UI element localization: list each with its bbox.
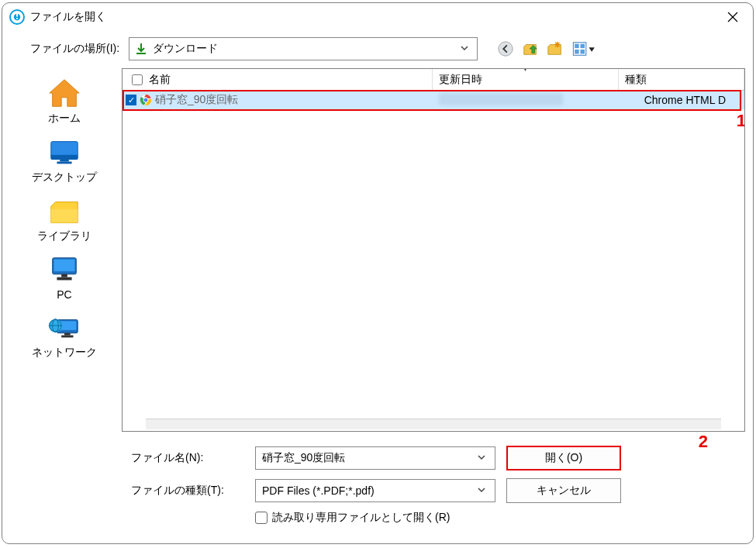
up-one-level-button[interactable] bbox=[521, 40, 540, 58]
file-open-dialog: ファイルを開く ファイルの場所(I): ダウンロード bbox=[2, 2, 754, 544]
pc-icon bbox=[47, 253, 82, 287]
new-folder-button[interactable] bbox=[546, 40, 564, 58]
back-button[interactable] bbox=[496, 40, 515, 58]
network-icon bbox=[47, 310, 82, 344]
row-checkbox-checked[interactable]: ✓ bbox=[126, 95, 136, 105]
filename-combo[interactable]: 硝子窓_90度回転 bbox=[255, 446, 495, 470]
svg-marker-19 bbox=[50, 80, 79, 107]
chrome-icon bbox=[140, 94, 152, 106]
column-date[interactable]: ▾ 更新日時 bbox=[433, 69, 619, 90]
svg-rect-26 bbox=[61, 274, 67, 277]
place-pc-label: PC bbox=[14, 288, 115, 301]
horizontal-scrollbar[interactable] bbox=[146, 419, 721, 429]
title-bar: ファイルを開く bbox=[2, 3, 753, 31]
svg-point-8 bbox=[499, 42, 513, 56]
library-icon bbox=[47, 194, 82, 228]
column-name[interactable]: 名前 bbox=[123, 69, 433, 90]
chevron-down-icon[interactable] bbox=[475, 452, 488, 464]
cancel-button-label: キャンセル bbox=[537, 484, 591, 498]
download-folder-icon bbox=[134, 42, 148, 56]
readonly-checkbox[interactable] bbox=[255, 512, 268, 524]
svg-marker-18 bbox=[589, 47, 595, 51]
close-button[interactable] bbox=[713, 3, 753, 31]
place-home[interactable]: ホーム bbox=[14, 71, 115, 129]
open-button[interactable]: 開く(O) bbox=[506, 446, 621, 470]
place-library-label: ライブラリ bbox=[14, 229, 115, 243]
places-bar: ホーム デスクトップ bbox=[10, 68, 119, 536]
place-network-label: ネットワーク bbox=[14, 346, 115, 360]
file-type: Chrome HTML D bbox=[619, 94, 744, 106]
svg-rect-21 bbox=[51, 155, 78, 160]
annotation-number-1: 1 bbox=[737, 111, 745, 131]
bottom-panel: 2 ファイル名(N): 硝子窓_90度回転 開く(O) ファイルの種類(T): bbox=[122, 432, 745, 536]
readonly-label: 読み取り専用ファイルとして開く(R) bbox=[272, 511, 450, 525]
open-button-label: 開く(O) bbox=[545, 451, 582, 465]
place-desktop-label: デスクトップ bbox=[14, 171, 115, 184]
file-rows[interactable]: ✓ 硝子窓_90 bbox=[123, 91, 744, 419]
nav-buttons bbox=[496, 40, 599, 58]
svg-rect-14 bbox=[575, 44, 579, 49]
right-pane: 名前 ▾ 更新日時 種類 ✓ bbox=[122, 68, 745, 536]
svg-rect-31 bbox=[61, 336, 73, 338]
chevron-down-icon[interactable] bbox=[457, 43, 472, 55]
main-area: ホーム デスクトップ bbox=[2, 68, 753, 543]
select-all-checkbox[interactable] bbox=[132, 74, 143, 85]
svg-rect-2 bbox=[16, 14, 18, 17]
svg-rect-25 bbox=[54, 260, 75, 271]
app-icon bbox=[9, 9, 26, 26]
sort-indicator-icon: ▾ bbox=[523, 68, 527, 73]
column-type[interactable]: 種類 bbox=[619, 69, 744, 90]
svg-rect-23 bbox=[57, 161, 71, 164]
location-label: ファイルの場所(I): bbox=[30, 42, 119, 56]
file-list-header: 名前 ▾ 更新日時 種類 bbox=[123, 69, 744, 91]
file-name: 硝子窓_90度回転 bbox=[155, 93, 238, 107]
place-desktop[interactable]: デスクトップ bbox=[14, 130, 115, 188]
file-list: 名前 ▾ 更新日時 種類 ✓ bbox=[122, 68, 745, 432]
window-title: ファイルを開く bbox=[30, 10, 713, 24]
svg-rect-16 bbox=[575, 50, 579, 53]
column-date-label: 更新日時 bbox=[439, 73, 482, 87]
place-home-label: ホーム bbox=[14, 112, 115, 126]
cancel-button[interactable]: キャンセル bbox=[506, 478, 621, 503]
location-row: ファイルの場所(I): ダウンロード bbox=[2, 31, 753, 68]
view-menu-button[interactable] bbox=[571, 40, 599, 58]
column-name-label: 名前 bbox=[149, 73, 171, 87]
filename-label: ファイル名(N): bbox=[131, 451, 255, 465]
file-date bbox=[433, 93, 619, 108]
place-library[interactable]: ライブラリ bbox=[14, 189, 115, 246]
chevron-down-icon[interactable] bbox=[475, 484, 488, 497]
desktop-icon bbox=[47, 135, 82, 169]
location-value: ダウンロード bbox=[153, 42, 457, 56]
place-pc[interactable]: PC bbox=[14, 248, 115, 304]
svg-rect-3 bbox=[16, 18, 18, 19]
filetype-value: PDF Files (*.PDF;*.pdf) bbox=[262, 484, 475, 497]
home-icon bbox=[47, 76, 82, 110]
svg-rect-17 bbox=[581, 50, 585, 53]
svg-rect-27 bbox=[57, 277, 71, 281]
svg-rect-22 bbox=[60, 160, 69, 162]
filetype-label: ファイルの種類(T): bbox=[131, 484, 255, 498]
location-combo[interactable]: ダウンロード bbox=[129, 37, 478, 60]
place-network[interactable]: ネットワーク bbox=[14, 305, 115, 363]
column-type-label: 種類 bbox=[625, 73, 647, 87]
filename-value: 硝子窓_90度回転 bbox=[262, 451, 475, 465]
annotation-number-2: 2 bbox=[699, 432, 708, 452]
file-row[interactable]: ✓ 硝子窓_90 bbox=[123, 91, 744, 109]
svg-rect-15 bbox=[581, 44, 585, 49]
filetype-combo[interactable]: PDF Files (*.PDF;*.pdf) bbox=[255, 479, 495, 502]
svg-rect-30 bbox=[64, 333, 71, 336]
